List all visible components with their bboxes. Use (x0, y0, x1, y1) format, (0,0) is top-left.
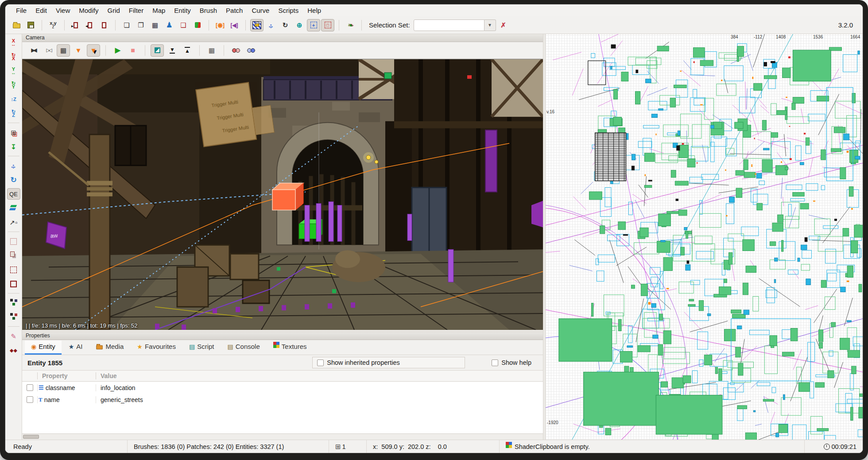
player-start-button[interactable]: ♟ (163, 19, 176, 31)
menu-grid[interactable]: Grid (103, 6, 124, 15)
orthographic-view[interactable]: 384 -112 1408 1536 1664 v.16 -1920 (546, 34, 863, 440)
tab-ai[interactable]: ★AI (62, 340, 89, 355)
camera-viewport[interactable]: Trigger Multi Trigger Multi Trigger Mult… (22, 59, 543, 330)
select-complete-icon (10, 281, 17, 287)
ungroup-selection-button[interactable] (7, 311, 20, 323)
save-map-button[interactable] (24, 19, 37, 31)
cull-off-button[interactable]: ▶◀ (27, 44, 40, 57)
selection-set-input[interactable] (414, 19, 484, 31)
farclip-out-button[interactable] (229, 44, 243, 57)
create-entity-button[interactable] (69, 19, 82, 31)
lock-selection-button[interactable] (250, 19, 264, 31)
value-column-header[interactable]: Value (96, 372, 543, 379)
select-touching-button[interactable] (7, 236, 20, 247)
region-button[interactable] (191, 19, 204, 31)
open-map-button[interactable] (10, 19, 23, 31)
brush-hollow-button[interactable]: ❐ (134, 19, 147, 31)
copy-shader-icon (10, 251, 15, 257)
merge-entities-button[interactable]: ✎ (7, 330, 20, 342)
table-row[interactable]: ☰classname info_location (22, 382, 543, 394)
snap-to-grid-button[interactable]: ⊞ (7, 127, 20, 138)
qe-tool-button[interactable]: QE (7, 188, 20, 200)
clear-selection-set-button[interactable]: ✗ (497, 19, 510, 31)
menu-scripts[interactable]: Scripts (274, 6, 303, 15)
flip-z-button[interactable]: ↕Z (7, 93, 20, 105)
create-speaker-button[interactable]: [◀] (228, 19, 241, 31)
rotate-x-button[interactable]: ↻X (7, 51, 20, 62)
wireframe-cube-button[interactable]: ❑ (177, 19, 190, 31)
rotate-z-button[interactable]: ↻Z (7, 108, 20, 119)
menu-help[interactable]: Help (303, 6, 326, 15)
translate-mode-button[interactable] (7, 160, 20, 171)
menu-curve[interactable]: Curve (247, 6, 274, 15)
contract-selection-button[interactable]: □ (321, 19, 334, 31)
grid-overlay-button[interactable]: ▦ (205, 44, 218, 57)
row-checkbox[interactable] (27, 396, 33, 403)
revert-merge-button[interactable]: ◆◆ (7, 344, 20, 356)
copy-shader-button[interactable] (7, 250, 20, 261)
cull-checker-button[interactable]: ▦ (57, 44, 70, 57)
expand-selection-button[interactable]: + (307, 19, 320, 31)
clipper-button[interactable] (7, 202, 20, 214)
show-inherited-group: Show inherited properties (312, 357, 465, 368)
drop-entity-button[interactable]: ↧ (7, 141, 20, 152)
select-inside-button[interactable] (7, 264, 20, 275)
tab-label: Console (236, 343, 260, 350)
show-help-checkbox[interactable] (492, 359, 498, 366)
scrollbar-thumb[interactable] (23, 435, 39, 439)
menu-filter[interactable]: Filter (124, 6, 148, 15)
menu-view[interactable]: View (51, 6, 74, 15)
funnel-icon: ▼ (75, 47, 82, 54)
horizontal-scrollbar[interactable] (22, 433, 543, 440)
menu-edit[interactable]: Edit (31, 6, 51, 15)
row-checkbox[interactable] (27, 384, 33, 391)
load-floor-above-button[interactable]: ▲ (181, 44, 194, 57)
group-selection-button[interactable] (7, 297, 20, 309)
load-floor-below-button[interactable]: ▼ (166, 44, 179, 57)
tab-media[interactable]: Media (89, 340, 130, 355)
stop-render-button[interactable]: ■ (126, 44, 140, 57)
menu-brush[interactable]: Brush (195, 6, 221, 15)
tab-script[interactable]: ▤Script (183, 340, 221, 355)
ruler-label: 384 (731, 35, 738, 39)
translate-manipulator-button[interactable] (264, 19, 278, 31)
menu-modify[interactable]: Modify (74, 6, 103, 15)
cull-flag-button[interactable]: ▷◁ (42, 44, 55, 57)
show-axes-button[interactable]: x,yz (46, 19, 60, 31)
brush-cube-button[interactable]: ❏ (120, 19, 133, 31)
select-complete-button[interactable] (7, 278, 20, 290)
tab-entity[interactable]: ◉Entity (25, 340, 62, 355)
funnel-on-button[interactable]: ▼ (87, 44, 100, 57)
funnel-off-button[interactable]: ▼ (72, 44, 85, 57)
brush-caulk-button[interactable]: ▦ (148, 19, 162, 31)
export-selection-button[interactable] (83, 19, 97, 31)
menu-patch[interactable]: Patch (221, 6, 247, 15)
table-row[interactable]: Tname generic_streets (22, 394, 543, 406)
tab-textures[interactable]: Textures (267, 340, 313, 355)
flip-x-button[interactable]: X↔ (7, 37, 20, 48)
entity-property-table: Property Value ☰classname info_location … (22, 370, 543, 440)
rotate-manipulator-button[interactable]: ↻ (279, 19, 292, 31)
menu-file[interactable]: File (12, 6, 31, 15)
menu-entity[interactable]: Entity (170, 6, 195, 15)
flip-y-button[interactable]: Y↔ (7, 65, 20, 77)
snap-origin-button[interactable]: ⊕ (293, 19, 306, 31)
render-mode-button[interactable] (151, 44, 164, 57)
rotate-y-button[interactable]: ↻Y (7, 79, 20, 91)
open-folder-icon (13, 23, 20, 28)
show-inherited-checkbox[interactable] (317, 359, 324, 366)
farclip-in-button[interactable] (244, 44, 258, 57)
tab-favourites[interactable]: ★Favourites (131, 340, 182, 355)
selection-set-dropdown[interactable]: ▼ (484, 19, 496, 31)
main-area: X↔ ↻X Y↔ ↻Y ↕Z ↻Z ⊞ ↧ ↻ QE ↗▫ ✎ ◆◆ (5, 34, 863, 440)
rotate-mode-button[interactable]: ↻ (7, 174, 20, 186)
tab-console[interactable]: ▤Console (221, 340, 266, 355)
start-render-button[interactable]: ▶ (111, 44, 124, 57)
create-light-button[interactable]: [◉] (213, 19, 227, 31)
grid-size-value: 1 (342, 443, 346, 450)
property-column-header[interactable]: Property (37, 372, 96, 379)
resize-mode-button[interactable]: ↗▫ (7, 216, 20, 228)
prefab-button[interactable] (97, 19, 111, 31)
menu-map[interactable]: Map (148, 6, 170, 15)
curve-tool-button[interactable]: ❧ (344, 19, 357, 31)
